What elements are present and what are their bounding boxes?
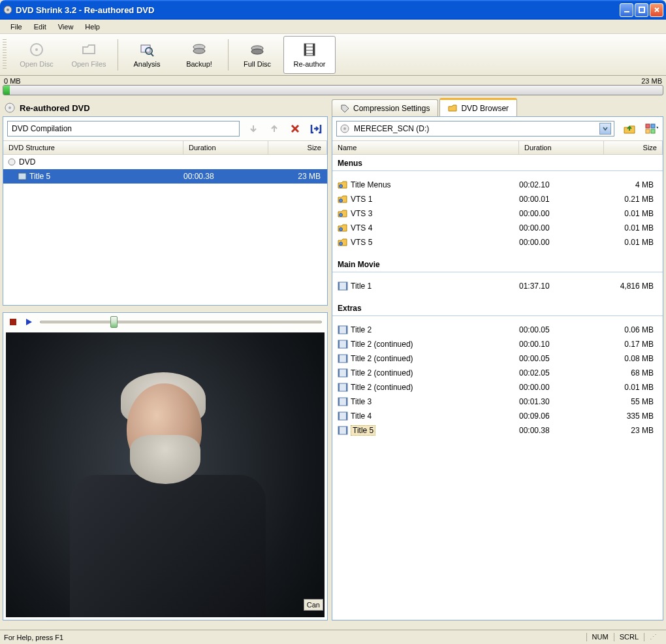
- chevron-down-icon[interactable]: [599, 123, 611, 135]
- svg-point-21: [8, 159, 15, 165]
- svg-rect-41: [338, 340, 347, 348]
- move-up-button[interactable]: [267, 121, 281, 136]
- view-options-button[interactable]: [644, 121, 659, 136]
- browser-row[interactable]: VTS 400:00.000.01 MB: [332, 221, 663, 235]
- browser-row[interactable]: Title 500:00.3823 MB: [332, 423, 663, 438]
- structure-tree[interactable]: DVD Title 5 00:00.38 23 MB: [3, 155, 327, 305]
- svg-rect-36: [338, 282, 340, 290]
- svg-rect-40: [346, 326, 347, 334]
- slider-thumb[interactable]: [110, 316, 118, 328]
- browser-row[interactable]: VTS 300:00.000.01 MB: [332, 206, 663, 221]
- drive-combo[interactable]: MERECER_SCN (D:): [336, 121, 614, 137]
- col-structure[interactable]: DVD Structure: [3, 141, 183, 154]
- svg-rect-48: [338, 369, 340, 377]
- right-tabs: Compression Settings DVD Browser: [332, 99, 663, 116]
- preview-panel: Can: [3, 312, 328, 620]
- row-size: 0.08 MB: [604, 354, 663, 363]
- svg-point-5: [35, 48, 38, 51]
- maximize-button[interactable]: [635, 3, 648, 17]
- full-disc-button[interactable]: Full Disc: [231, 36, 283, 74]
- menu-edit[interactable]: Edit: [29, 22, 52, 32]
- row-size: 55 MB: [604, 397, 663, 406]
- browser-row[interactable]: Title 2 (continued)00:00.000.01 MB: [332, 380, 663, 394]
- compilation-name-input[interactable]: [7, 121, 240, 137]
- col-size[interactable]: Size: [604, 141, 663, 154]
- svg-rect-56: [338, 412, 347, 420]
- svg-rect-59: [338, 427, 347, 434]
- browser-list[interactable]: MenusTitle Menus00:02.104 MBVTS 100:00.0…: [332, 155, 663, 620]
- browser-row[interactable]: Title Menus00:02.104 MB: [332, 178, 663, 192]
- preview-slider[interactable]: [40, 316, 322, 328]
- row-name: VTS 4: [351, 223, 372, 233]
- browser-row[interactable]: Title 2 (continued)00:00.050.08 MB: [332, 351, 663, 366]
- row-name: VTS 3: [351, 209, 372, 218]
- menu-view[interactable]: View: [53, 22, 79, 32]
- backup-label: Backup!: [186, 60, 212, 68]
- browser-row[interactable]: VTS 500:00.000.01 MB: [332, 235, 663, 250]
- tree-root-label: DVD: [19, 157, 35, 167]
- svg-point-20: [8, 106, 11, 109]
- dvd-structure-panel: DVD Structure Duration Size DVD Title 5 …: [3, 116, 328, 306]
- browser-row[interactable]: Title 200:00.050.06 MB: [332, 323, 663, 337]
- browser-row[interactable]: Title 101:37.104,816 MB: [332, 279, 663, 293]
- size-gauge-labels: 0 MB 23 MB: [0, 76, 666, 85]
- row-name: Title 1: [351, 282, 372, 291]
- svg-rect-57: [338, 412, 340, 420]
- browser-row[interactable]: Title 400:09.06335 MB: [332, 409, 663, 423]
- full-disc-icon: [249, 42, 265, 57]
- open-disc-button[interactable]: Open Disc: [10, 36, 63, 74]
- browser-row[interactable]: Title 300:01.3055 MB: [332, 394, 663, 409]
- reauthor-label: Re-author: [294, 60, 326, 68]
- tab-compression-label: Compression Settings: [353, 104, 430, 113]
- tab-browser[interactable]: DVD Browser: [439, 98, 517, 116]
- status-help: For Help, press F1: [4, 634, 63, 641]
- minimize-button[interactable]: [620, 3, 633, 17]
- tree-item-title5[interactable]: Title 5 00:00.38 23 MB: [3, 169, 327, 184]
- cancel-button[interactable]: Can: [304, 599, 323, 611]
- stop-button[interactable]: [8, 317, 18, 327]
- up-folder-button[interactable]: [622, 121, 637, 136]
- svg-line-8: [151, 54, 153, 56]
- col-duration[interactable]: Duration: [183, 141, 268, 154]
- svg-point-1: [7, 8, 9, 11]
- col-duration[interactable]: Duration: [519, 141, 604, 154]
- row-name: Title 5: [351, 425, 375, 436]
- col-size[interactable]: Size: [268, 141, 327, 154]
- reauthor-button[interactable]: Re-author: [283, 36, 336, 74]
- menu-file[interactable]: File: [5, 22, 27, 32]
- tree-root[interactable]: DVD: [3, 155, 327, 169]
- row-name: Title 2: [351, 325, 372, 334]
- open-files-button[interactable]: Open Files: [63, 36, 115, 74]
- trim-button[interactable]: [309, 121, 323, 136]
- play-button[interactable]: [24, 317, 33, 327]
- browser-row[interactable]: Title 2 (continued)00:00.100.17 MB: [332, 337, 663, 351]
- magnifier-icon: [139, 42, 155, 57]
- structure-columns: DVD Structure Duration Size: [3, 140, 327, 155]
- browser-row[interactable]: Title 2 (continued)00:02.0568 MB: [332, 366, 663, 380]
- toolbar: Open Disc Open Files Analysis Backup! Fu…: [0, 34, 666, 76]
- film-icon: [302, 42, 317, 57]
- svg-point-33: [340, 228, 343, 231]
- delete-button[interactable]: [288, 121, 302, 136]
- tree-item-label: Title 5: [29, 172, 50, 181]
- tab-compression[interactable]: Compression Settings: [332, 99, 438, 116]
- close-button[interactable]: [650, 3, 663, 17]
- backup-button[interactable]: Backup!: [173, 36, 225, 74]
- svg-rect-51: [338, 383, 340, 391]
- status-scrl: SCRL: [614, 633, 644, 641]
- toolbar-separator: [228, 39, 229, 71]
- menu-bar: File Edit View Help: [0, 20, 666, 34]
- browser-row[interactable]: VTS 100:00.010.21 MB: [332, 192, 663, 206]
- svg-rect-45: [338, 355, 340, 362]
- row-duration: 00:09.06: [519, 411, 604, 421]
- move-down-button[interactable]: [246, 121, 261, 136]
- svg-rect-55: [346, 398, 347, 406]
- analysis-button[interactable]: Analysis: [121, 36, 173, 74]
- row-name: Title 4: [351, 411, 372, 421]
- resize-grip[interactable]: ⋰: [644, 633, 662, 641]
- svg-point-34: [340, 242, 343, 246]
- left-section-header: Re-authored DVD: [3, 99, 328, 116]
- toolbar-grip: [3, 39, 7, 71]
- menu-help[interactable]: Help: [80, 22, 105, 32]
- col-name[interactable]: Name: [332, 141, 519, 154]
